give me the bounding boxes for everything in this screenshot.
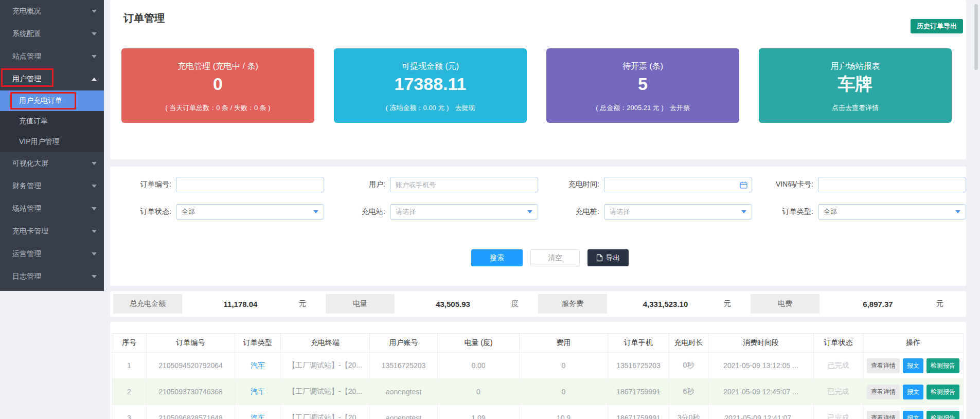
col-status: 订单状态 <box>814 334 863 353</box>
cell-order-type[interactable]: 汽车 <box>235 353 281 379</box>
stat-card-charging[interactable]: 充电管理 (充电中 / 条) 0 ( 当天订单总数：0 条 / 失败：0 条 ) <box>121 48 314 123</box>
sidebar-item-log-management[interactable]: 日志管理 <box>0 265 104 288</box>
col-fee: 费用 <box>520 334 608 353</box>
message-button[interactable]: 报文 <box>903 411 923 419</box>
summary-value: 11,178.04 <box>182 294 299 314</box>
cell-order-type[interactable]: 汽车 <box>235 379 281 405</box>
stat-card-invoice-pending[interactable]: 待开票 (条) 5 ( 总金额：2005.21 元 ) 去开票 <box>546 48 739 123</box>
stat-card-withdrawable[interactable]: 可提现金额 (元) 17388.11 ( 冻结金额：0.00 元 ) 去提现 <box>334 48 527 123</box>
cell-fee: 0 <box>520 379 608 405</box>
chevron-down-icon <box>955 210 960 213</box>
order-status-select[interactable]: 全部 <box>176 204 324 220</box>
chevron-down-icon <box>92 207 97 210</box>
go-withdraw-link[interactable]: 去提现 <box>455 103 475 113</box>
export-button[interactable]: 导出 <box>587 249 629 266</box>
cell-seq: 3 <box>112 405 147 419</box>
sidebar-item-operation-management[interactable]: 运营管理 <box>0 243 104 265</box>
history-order-export-button[interactable]: 历史订单导出 <box>911 19 963 33</box>
stat-title: 可提现金额 (元) <box>334 61 527 72</box>
page-title: 订单管理 <box>123 11 165 25</box>
chevron-down-icon <box>92 230 97 233</box>
test-report-button[interactable]: 检测报告 <box>926 411 959 419</box>
user-label: 用户: <box>324 180 390 189</box>
summary-energy: 电量 43,505.93 度 <box>326 294 538 314</box>
calendar-icon[interactable] <box>740 181 747 189</box>
table-header-row: 序号 订单编号 订单类型 充电终端 用户账号 电量 (度) 费用 订单手机 充电… <box>112 334 964 353</box>
stat-value: 5 <box>546 74 739 94</box>
message-button[interactable]: 报文 <box>903 358 923 373</box>
stat-footer: 点击去查看详情 <box>832 103 879 113</box>
order-no-label: 订单编号: <box>110 180 176 189</box>
sidebar-item-site-management[interactable]: 场站管理 <box>0 197 104 220</box>
cell-energy: 0.00 <box>438 353 520 379</box>
view-detail-button[interactable]: 查看详情 <box>867 411 900 419</box>
sidebar-item-user-management[interactable]: 用户管理 <box>0 68 104 90</box>
chevron-down-icon <box>92 10 97 13</box>
overview-card: 订单管理 历史订单导出 充电管理 (充电中 / 条) 0 ( 当天订单总数：0 … <box>110 0 966 159</box>
col-period: 消费时间段 <box>708 334 814 353</box>
sidebar-item-recharge-orders[interactable]: 充值订单 <box>0 111 104 132</box>
cell-phone: 13516725203 <box>608 353 669 379</box>
view-detail-button[interactable]: 查看详情 <box>867 385 900 399</box>
stat-cards: 充电管理 (充电中 / 条) 0 ( 当天订单总数：0 条 / 失败：0 条 )… <box>121 48 952 123</box>
order-no-input[interactable] <box>176 177 324 192</box>
status-badge: 已完成 <box>814 353 863 379</box>
sidebar-item-label: 系统配置 <box>12 29 41 39</box>
col-terminal: 充电终端 <box>281 334 370 353</box>
sidebar-item-station-management[interactable]: 站点管理 <box>0 45 104 68</box>
order-type-label: 订单类型: <box>752 207 818 216</box>
clear-button[interactable]: 清空 <box>530 249 580 266</box>
sidebar-item-user-charging-orders[interactable]: 用户充电订单 <box>0 90 104 111</box>
chevron-down-icon <box>92 275 97 278</box>
stat-footer: ( 冻结金额：0.00 元 ) <box>386 103 449 113</box>
cell-duration: 6秒 <box>669 379 708 405</box>
stat-title: 待开票 (条) <box>546 61 739 72</box>
chevron-down-icon <box>92 185 97 188</box>
summary-label: 服务费 <box>538 294 607 314</box>
vin-card-label: VIN码/卡号: <box>752 180 818 189</box>
user-input[interactable] <box>390 177 538 192</box>
summary-service-fee: 服务费 4,331,523.10 元 <box>538 294 751 314</box>
search-button[interactable]: 搜索 <box>471 249 523 266</box>
stat-card-user-station-report[interactable]: 用户场站报表 车牌 点击去查看详情 <box>759 48 952 123</box>
vertical-scrollbar[interactable] <box>974 4 978 70</box>
stat-value: 0 <box>121 74 314 94</box>
cell-phone: 18671759991 <box>608 405 669 419</box>
cell-terminal: 【工厂调试站】-【20... <box>281 379 370 405</box>
go-invoice-link[interactable]: 去开票 <box>670 103 690 113</box>
order-type-select[interactable]: 全部 <box>818 204 966 220</box>
cell-order-type[interactable]: 汽车 <box>235 405 281 419</box>
sidebar-item-charging-overview[interactable]: 充电概况 <box>0 0 104 23</box>
cell-fee: 10.9 <box>520 405 608 419</box>
chevron-up-icon <box>92 78 97 81</box>
charging-station-select[interactable]: 请选择 <box>390 204 538 220</box>
col-actions: 操作 <box>863 334 964 353</box>
charging-pile-select[interactable]: 请选择 <box>604 204 752 220</box>
sidebar-item-vip-user-management[interactable]: VIP用户管理 <box>0 132 104 152</box>
select-placeholder: 请选择 <box>396 207 416 216</box>
cell-phone: 18671759991 <box>608 379 669 405</box>
chevron-down-icon <box>92 55 97 58</box>
view-detail-button[interactable]: 查看详情 <box>867 358 900 373</box>
select-value: 全部 <box>824 207 837 216</box>
sidebar-item-finance-management[interactable]: 财务管理 <box>0 175 104 197</box>
cell-energy: 1.09 <box>438 405 520 419</box>
sidebar-item-label: 运营管理 <box>12 249 41 259</box>
status-badge: 已完成 <box>814 379 863 405</box>
summary-value: 4,331,523.10 <box>607 294 724 314</box>
test-report-button[interactable]: 检测报告 <box>926 385 959 399</box>
message-button[interactable]: 报文 <box>903 385 923 399</box>
sidebar-item-system-config[interactable]: 系统配置 <box>0 23 104 45</box>
cell-seq: 1 <box>112 353 147 379</box>
vin-card-input[interactable] <box>818 177 966 192</box>
sidebar-item-label: 日志管理 <box>12 272 41 281</box>
summary-value: 43,505.93 <box>395 294 511 314</box>
document-icon <box>596 254 603 262</box>
table-row: 3 2105096828571648 汽车 【工厂调试站】-【20... aon… <box>112 405 964 419</box>
table-row: 1 2105094520792064 汽车 【工厂调试站】-【20... 135… <box>112 353 964 379</box>
cell-order-no: 2105096828571648 <box>147 405 235 419</box>
sidebar-item-charging-card-management[interactable]: 充电卡管理 <box>0 220 104 243</box>
test-report-button[interactable]: 检测报告 <box>926 358 959 373</box>
charge-time-input[interactable] <box>604 177 752 192</box>
sidebar-item-visual-dashboard[interactable]: 可视化大屏 <box>0 152 104 175</box>
